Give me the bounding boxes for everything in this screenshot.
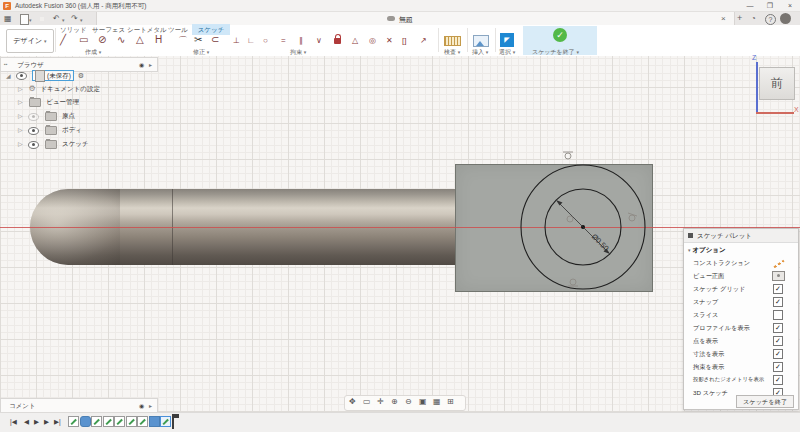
timeline-position-marker[interactable] (172, 414, 174, 429)
new-tab-icon[interactable]: + (737, 13, 742, 23)
look-at-icon[interactable] (772, 271, 785, 281)
grid-snaps-icon[interactable]: ▦ (433, 397, 441, 406)
browser-root-row[interactable]: ◢ (未保存) ⚙ (6, 70, 84, 82)
fillet-icon[interactable]: ⌒ (178, 34, 188, 48)
sketch-spline-icon[interactable]: ∿ (117, 34, 125, 45)
tree-collapsed-icon[interactable]: ▷ (18, 99, 23, 105)
timeline-step-back-button[interactable]: ◀ (24, 418, 29, 426)
timeline-feature-sketch[interactable] (114, 416, 125, 427)
palette-finish-sketch-button[interactable]: スケッチを終了 (736, 395, 794, 408)
panel-expand-icon[interactable]: ▸ (149, 61, 152, 68)
visibility-eye-icon[interactable] (16, 72, 27, 80)
panel-options-icon[interactable]: ◉ (139, 402, 144, 409)
viewcube-front-face[interactable]: 前 (759, 67, 795, 100)
constraint-concentric-icon[interactable]: ◎ (369, 36, 376, 45)
tree-collapsed-icon[interactable]: ▷ (18, 113, 23, 119)
show-profile-checkbox[interactable]: ✓ (773, 323, 783, 333)
slice-checkbox[interactable] (773, 310, 783, 320)
timeline-step-forward-button[interactable]: ▶ (44, 418, 49, 426)
panel-options-icon[interactable]: ◉ (139, 61, 144, 68)
options-section-header[interactable]: ▾ オプション (688, 246, 726, 255)
construction-icon[interactable] (774, 260, 785, 269)
browser-item-document-settings[interactable]: ▷ ⚙ ドキュメントの設定 (18, 84, 100, 96)
sketch-polygon-icon[interactable]: △ (136, 34, 144, 45)
timeline-feature-sketch[interactable] (68, 416, 79, 427)
tab-close-icon[interactable]: × (721, 14, 726, 23)
browser-item-view-management[interactable]: ▷ ビュー管理 (18, 98, 79, 110)
timeline-feature-extrude[interactable] (149, 416, 160, 427)
timeline-go-end-button[interactable]: ▶| (54, 418, 61, 426)
timeline-feature-fillet[interactable] (80, 416, 91, 427)
offset-icon[interactable]: ⊂ (211, 34, 219, 45)
dimension-value[interactable]: Ø0.50 (590, 232, 611, 253)
sketch-slot-icon[interactable]: H (155, 34, 162, 45)
browser-item-origin[interactable]: ▷ 原点 (18, 112, 75, 124)
display-settings-icon[interactable]: ▣ (419, 397, 427, 406)
inspect-icon[interactable] (444, 36, 461, 46)
timeline-go-start-button[interactable]: |◀ (10, 418, 17, 426)
constraint-symmetry-icon[interactable]: ✕ (386, 36, 393, 45)
browser-item-sketches[interactable]: ▷ スケッチ (18, 140, 89, 152)
fit-icon[interactable]: ⊖ (405, 397, 412, 406)
constraint-project-icon[interactable]: ↗ (420, 36, 427, 45)
timeline-feature-sketch[interactable] (91, 416, 102, 427)
constraint-tangent-icon[interactable]: ○ (263, 36, 268, 45)
orbit-icon[interactable]: ✥ (349, 397, 356, 406)
tree-collapsed-icon[interactable]: ▷ (18, 141, 23, 147)
panel-collapse-icon[interactable]: ▪▪ (4, 61, 8, 67)
comments-panel-header[interactable]: コメント ◉ ▸ (0, 398, 158, 413)
file-menu-caret-icon[interactable]: ▾ (29, 17, 32, 23)
finish-sketch-check-icon[interactable]: ✓ (553, 28, 567, 42)
panel-expand-icon[interactable]: ▸ (149, 402, 152, 409)
visibility-eye-icon[interactable] (28, 141, 39, 149)
show-constraints-checkbox[interactable]: ✓ (773, 362, 783, 372)
sketch-grid-checkbox[interactable]: ✓ (773, 284, 783, 294)
redo-icon[interactable]: ↷ (71, 14, 78, 23)
undo-icon[interactable]: ↶ (53, 14, 60, 23)
help-icon[interactable]: ? (765, 14, 776, 25)
tree-collapsed-icon[interactable]: ▷ (18, 127, 23, 133)
undo-caret-icon[interactable]: ▾ (62, 17, 65, 23)
sketch-rectangle-icon[interactable]: ▭ (79, 34, 88, 45)
data-panel-icon[interactable]: ▦ (4, 14, 12, 23)
sketch-palette-header[interactable]: スケッチ パレット (684, 229, 798, 243)
timeline-feature-sketch[interactable] (137, 416, 148, 427)
pan-icon[interactable]: ✛ (377, 397, 384, 406)
insert-icon[interactable] (473, 35, 489, 47)
show-projected-checkbox[interactable]: ✓ (773, 375, 783, 385)
constraint-polygon-icon[interactable]: △ (352, 36, 358, 45)
constraint-equal-icon[interactable]: = (281, 36, 286, 45)
timeline-feature-sketch[interactable] (126, 416, 137, 427)
show-dimensions-checkbox[interactable]: ✓ (773, 349, 783, 359)
user-avatar[interactable] (780, 13, 791, 24)
snap-checkbox[interactable]: ✓ (773, 297, 783, 307)
visibility-eye-icon[interactable] (28, 127, 39, 135)
constraint-coincident-icon[interactable]: ⊥ (233, 36, 240, 45)
timeline-feature-sketch[interactable] (103, 416, 114, 427)
browser-item-bodies[interactable]: ▷ ボディ (18, 126, 82, 138)
constraint-parallel-icon[interactable]: ∥ (299, 36, 303, 45)
sketch-geometry[interactable]: Ø0.50 (450, 148, 660, 298)
viewports-icon[interactable]: ⊞ (447, 397, 454, 406)
gear-icon[interactable]: ⚙ (78, 72, 84, 79)
constraint-fix-icon[interactable] (334, 38, 341, 44)
restore-button[interactable]: ❐ (763, 1, 777, 10)
look-at-nav-icon[interactable]: ▭ (363, 397, 371, 406)
sketch-line-icon[interactable]: ╱ (60, 34, 66, 45)
select-tool-icon[interactable]: ◤ (500, 33, 514, 47)
workspace-selector[interactable]: デザイン ▾ (6, 29, 54, 53)
show-points-checkbox[interactable]: ✓ (773, 336, 783, 346)
redo-caret-icon[interactable]: ▾ (80, 17, 83, 23)
tree-collapsed-icon[interactable]: ▷ (18, 86, 23, 92)
root-document-item[interactable]: (未保存) (32, 70, 74, 81)
timeline-play-button[interactable]: ▶ (34, 418, 39, 426)
zoom-icon[interactable]: ⊕ (391, 397, 398, 406)
trim-icon[interactable]: ✂ (194, 34, 202, 45)
minimize-button[interactable]: — (743, 1, 757, 10)
close-button[interactable]: × (783, 1, 797, 10)
constraint-perpendicular-icon[interactable]: ∟ (247, 36, 255, 45)
constraint-midpoint-icon[interactable]: ∨ (316, 36, 322, 45)
sketch-circle-icon[interactable]: ⊘ (98, 34, 106, 45)
tree-expand-icon[interactable]: ◢ (6, 73, 11, 79)
file-menu-icon[interactable] (20, 14, 29, 25)
